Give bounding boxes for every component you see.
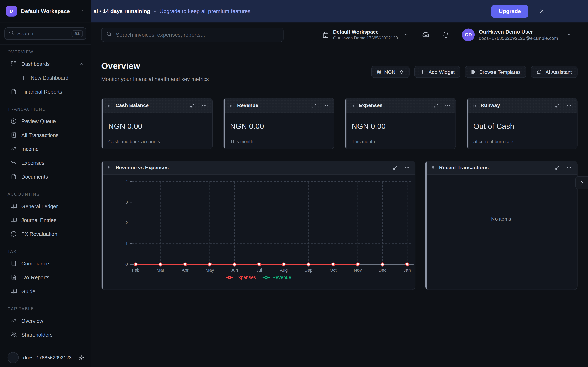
svg-text:Jan: Jan [404,267,411,273]
trial-banner: al • 14 days remaining • Upgrade to keep… [91,0,588,22]
expand-icon[interactable] [190,103,194,108]
sidebar-item-financial-reports[interactable]: Financial Reports [0,85,91,99]
sidebar-item-tax-reports[interactable]: Tax Reports [0,270,91,284]
sidebar-item-guide[interactable]: Guide [0,284,91,298]
sidebar-item-review-queue[interactable]: Review Queue [0,114,91,128]
side-panel-toggle[interactable] [575,176,588,189]
workspace-name: Default Workspace [21,8,77,14]
svg-text:Apr: Apr [182,267,189,273]
footer-username: docs+1768562092123... [23,355,74,360]
sidebar-item-label: All Transactions [21,132,84,138]
revenue-vs-expenses-widget: Revenue vs Expenses 01234FebMarAprMayJun… [101,161,415,290]
browse-templates-button[interactable]: Browse Templates [465,66,526,78]
user-avatar: OD [462,28,475,41]
widget-resize-handle[interactable] [425,161,427,289]
widget-resize-handle[interactable] [345,99,346,149]
close-icon[interactable] [539,8,545,14]
workspace-avatar: D [6,6,17,17]
add-widget-button[interactable]: Add Widget [414,66,460,78]
page-title: Overview [101,61,209,71]
widget-title: Runway [481,103,548,108]
sidebar-item-label: General Ledger [21,203,84,209]
sidebar-item-new-dashboard[interactable]: New Dashboard [0,71,91,85]
expand-icon[interactable] [433,103,438,108]
sidebar-item-overview[interactable]: Overview [0,314,91,328]
sidebar-item-label: Financial Reports [21,89,84,94]
chevron-up-icon [79,61,84,66]
ellipsis-icon[interactable] [404,165,410,170]
sidebar-item-label: Compliance [21,260,84,266]
chevron-down-icon [404,32,409,37]
drag-handle-icon[interactable] [431,165,435,170]
user-menu[interactable]: OD OurHaven Demo User docs+1768562092123… [462,28,572,41]
sidebar: D Default Workspace Search... ⌘K OVERVIE… [0,0,91,367]
legend-item-revenue[interactable]: Revenue [263,275,291,280]
widget-resize-handle[interactable] [102,161,103,289]
sidebar-item-dashboards[interactable]: Dashboards [0,57,91,71]
ellipsis-icon[interactable] [201,103,207,108]
sidebar-footer-user[interactable]: docs+1768562092123... [0,348,91,367]
chevron-down-icon [81,8,86,15]
sidebar-nav: OVERVIEWDashboardsNew DashboardFinancial… [0,45,91,367]
svg-text:Sep: Sep [304,267,312,273]
file-text-icon [10,173,17,180]
user-name: OurHaven Demo User [479,29,558,35]
legend-item-expenses[interactable]: Expenses [226,275,256,280]
sidebar-item-compliance[interactable]: Compliance [0,257,91,270]
drag-handle-icon[interactable] [107,103,112,108]
currency-select[interactable]: ₦ NGN [371,66,409,78]
svg-text:Nov: Nov [354,267,362,273]
ai-assistant-button[interactable]: AI Assistant [531,66,578,78]
refresh-icon [10,231,17,237]
ellipsis-icon[interactable] [323,103,329,108]
widget-title: Revenue [237,103,305,108]
layout-dashboard-icon [10,61,17,67]
sidebar-item-all-transactions[interactable]: All Transactions [0,128,91,142]
drag-handle-icon[interactable] [107,165,112,170]
topbar-workspace-selector[interactable]: Default Workspace OurHaven Demo 17685620… [322,29,409,40]
naira-icon: ₦ [377,69,381,75]
expand-icon[interactable] [311,103,316,108]
sidebar-item-fx-revaluation[interactable]: FX Revaluation [0,227,91,241]
svg-text:0: 0 [125,262,128,267]
global-search-input[interactable]: Search invoices, expenses, reports... [101,27,284,42]
expand-icon[interactable] [555,165,559,170]
sidebar-search-input[interactable]: Search... ⌘K [4,27,86,40]
widget-caption: This month [230,139,327,144]
widget-caption: This month [352,139,449,144]
inbox-icon[interactable] [422,31,429,38]
svg-text:Dec: Dec [379,267,387,273]
widget-resize-handle[interactable] [102,99,103,149]
upgrade-button[interactable]: Upgrade [491,5,528,17]
sun-icon[interactable] [78,355,84,360]
file-text-icon [10,274,17,280]
sidebar-item-journal-entries[interactable]: Journal Entries [0,213,91,227]
sidebar-item-shareholders[interactable]: Shareholders [0,328,91,342]
drag-handle-icon[interactable] [350,103,355,108]
nav-section-label: TAX [8,249,83,253]
sidebar-item-documents[interactable]: Documents [0,170,91,184]
currency-value: NGN [384,69,396,75]
file-text-icon [10,88,17,95]
workspace-switcher[interactable]: D Default Workspace [0,0,91,22]
ellipsis-icon[interactable] [566,165,572,170]
upgrade-link[interactable]: Upgrade to keep all premium features [159,8,251,14]
ai-assistant-label: AI Assistant [545,69,572,75]
sidebar-item-general-ledger[interactable]: General Ledger [0,199,91,213]
sidebar-item-label: FX Revaluation [21,231,84,237]
sidebar-item-expenses[interactable]: Expenses [0,156,91,170]
widget-resize-handle[interactable] [467,99,468,149]
drag-handle-icon[interactable] [472,103,477,108]
drag-handle-icon[interactable] [228,103,233,108]
sidebar-item-income[interactable]: Income [0,142,91,156]
widget-resize-handle[interactable] [223,99,225,149]
alert-circle-icon [10,118,17,124]
expand-icon[interactable] [555,103,559,108]
ellipsis-icon[interactable] [566,103,572,108]
sidebar-search-placeholder: Search... [17,31,69,36]
sidebar-item-label: Overview [21,318,84,324]
expand-icon[interactable] [393,165,398,170]
bell-icon[interactable] [442,31,449,38]
ellipsis-icon[interactable] [444,103,450,108]
widget-caption: Cash and bank accounts [108,139,205,144]
